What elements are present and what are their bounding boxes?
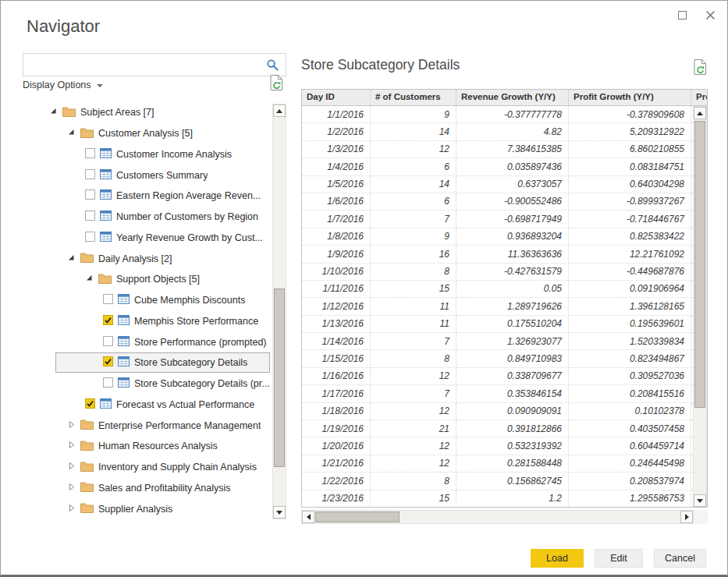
scroll-up-button[interactable] [694,107,706,119]
unchecked-checkbox[interactable] [85,148,95,161]
folder-icon [80,419,94,432]
tree-table-item[interactable]: Store Performance (prompted) [23,331,286,352]
load-button[interactable]: Load [531,549,584,568]
table-cell: 8 [371,350,456,367]
unchecked-checkbox[interactable] [103,336,113,349]
tree-folder-item[interactable]: Enterprise Performance Management [23,415,286,436]
table-horizontal-scrollbar[interactable] [301,510,694,524]
refresh-file-icon [694,65,707,78]
display-options-dropdown[interactable]: Display Options [23,80,103,90]
table-cell: 1.295586753 [569,490,691,508]
tree-folder-item[interactable]: Support Objects [5] [23,269,286,290]
expanded-triangle-icon[interactable] [67,128,76,139]
close-button[interactable] [702,7,718,23]
expanded-triangle-icon[interactable] [85,274,94,285]
tree-table-item[interactable]: Cube Memphis Discounts [23,290,286,311]
table-icon [118,377,130,390]
tree-table-item[interactable]: Customer Income Analysis [23,144,286,165]
expanded-triangle-icon[interactable] [49,107,58,118]
tree-folder-item[interactable]: Daily Analysis [2] [23,248,286,269]
table-cell: 0.936893204 [456,228,569,246]
tree-item-label: Customer Income Analysis [116,149,232,160]
table-cell: 0.156862745 [456,473,569,490]
refresh-preview-button[interactable] [694,58,707,79]
search-input[interactable] [23,54,263,76]
collapsed-triangle-icon[interactable] [67,441,76,451]
tree-folder-item[interactable]: Inventory and Supply Chain Analysis [23,457,286,478]
maximize-button[interactable] [674,7,690,23]
scroll-thumb[interactable] [694,121,705,408]
table-cell: 8 [371,264,456,281]
tree-folder-item[interactable]: Customer Analysis [5] [23,123,286,144]
tree-item-label: Human Resources Analysis [98,441,218,451]
table-cell: 12 [371,368,456,385]
tree-item-label: Store Subcategory Details [134,357,247,368]
refresh-tree-button[interactable] [270,74,283,94]
checked-checkbox[interactable] [103,356,113,369]
collapsed-triangle-icon[interactable] [67,420,76,431]
scroll-left-button[interactable] [302,511,314,523]
window-controls [674,7,718,23]
tree-scrollbar[interactable] [272,104,286,519]
scroll-down-button[interactable] [273,506,286,519]
tree-table-item[interactable]: Customers Summary [23,165,286,186]
table-row: 1/13/2016110.1755102040.195639601 [302,316,707,333]
collapsed-triangle-icon[interactable] [67,462,76,473]
table-cell: 4.82 [456,123,569,140]
tree-item-label: Subject Areas [7] [80,107,154,118]
tree-folder-item[interactable]: Subject Areas [7] [23,102,286,123]
preview-panel: Store Subcategory Details Day ID# of Cus… [301,57,708,73]
table-cell: 11.36363636 [456,246,569,263]
unchecked-checkbox[interactable] [103,294,113,306]
table-row: 1/20/2016120.5323193920.604459714 [302,437,707,455]
tree-table-item[interactable]: Yearly Revenue Growth by Cust... [23,228,286,249]
column-header: Pro [691,90,708,105]
tree-item-label: Forecast vs Actual Performance [116,399,254,410]
scroll-thumb[interactable] [315,512,400,522]
scroll-down-button[interactable] [694,494,706,507]
tree-table-item[interactable]: Memphis Store Performance [23,311,286,332]
table-cell: 0.035897436 [456,158,569,175]
tree-item-label: Daily Analysis [2] [98,253,172,264]
edit-button[interactable]: Edit [595,549,643,568]
checked-checkbox[interactable] [85,398,95,411]
column-header: # of Customers [371,90,456,105]
unchecked-checkbox[interactable] [85,169,95,182]
checked-checkbox[interactable] [103,315,113,327]
collapsed-triangle-icon[interactable] [67,504,76,515]
table-header-row: Day ID# of CustomersRevenue Growth (Y/Y)… [302,90,707,106]
table-cell: 1/8/2016 [302,228,371,246]
table-row: 1/23/2016151.21.295586753 [302,490,707,508]
scrollbar-corner [694,510,708,524]
tree-item-label: Sales and Profitability Analysis [98,483,231,494]
table-row: 1/3/2016127.3846153856.860210855 [302,141,707,158]
tree-table-item[interactable]: Eastern Region Average Reven... [23,186,286,207]
tree-table-item[interactable]: Store Subcategory Details [23,352,286,373]
table-vertical-scrollbar[interactable] [693,106,707,508]
search-icon[interactable] [263,58,286,72]
tree-table-item[interactable]: Store Subcategory Details (pr... [23,373,286,395]
table-cell: 0.825383422 [569,228,691,246]
unchecked-checkbox[interactable] [85,189,95,202]
table-cell: 0.338709677 [456,368,569,385]
tree-folder-item[interactable]: Supplier Analysis [23,498,286,519]
table-cell: 1/9/2016 [302,246,371,263]
table-icon [100,232,112,244]
expanded-triangle-icon[interactable] [67,253,76,264]
tree-table-item[interactable]: Forecast vs Actual Performance [23,395,286,416]
tree-folder-item[interactable]: Sales and Profitability Analysis [23,478,286,499]
cancel-button[interactable]: Cancel [654,549,706,568]
tree-item-label: Enterprise Performance Management [98,420,261,431]
tree-table-item[interactable]: Number of Customers by Region [23,207,286,228]
unchecked-checkbox[interactable] [85,232,95,244]
scroll-thumb[interactable] [274,288,285,467]
collapsed-triangle-icon[interactable] [67,483,76,494]
scroll-right-button[interactable] [680,511,693,523]
tree-folder-item[interactable]: Human Resources Analysis [23,436,286,457]
folder-icon [80,252,94,265]
table-row: 1/17/201670.3538461540.208415516 [302,385,707,402]
table-cell: 15 [371,281,456,298]
unchecked-checkbox[interactable] [103,377,113,390]
scroll-up-button[interactable] [273,104,286,117]
unchecked-checkbox[interactable] [85,211,95,223]
